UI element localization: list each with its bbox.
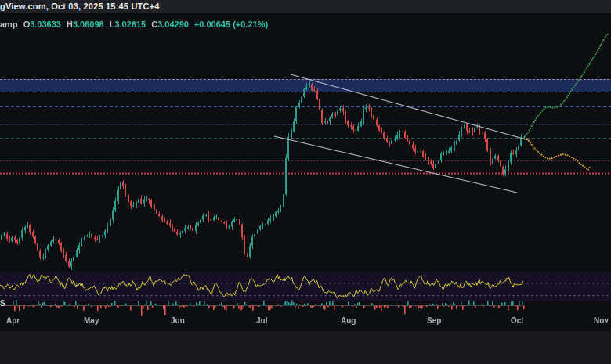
time-axis[interactable]: Apr May Jun Jul Aug Sep Oct Nov <box>0 316 611 329</box>
close-label: C <box>151 20 157 29</box>
tradingview-chart-snapshot: gView.com, Oct 03, 2025 15:45 UTC+4 ampO… <box>0 0 611 364</box>
x-axis-label-jun: Jun <box>171 316 185 325</box>
x-axis-label-jul: Jul <box>256 316 267 325</box>
open-label: O <box>24 20 31 29</box>
change-value: +0.00645 (+0.21%) <box>194 20 268 29</box>
high-label: H <box>67 20 73 29</box>
symbol-fragment: amp <box>0 20 18 29</box>
x-axis-label-may: May <box>84 316 99 325</box>
footer-spacer <box>0 331 611 364</box>
x-axis-label-nov: Nov <box>594 316 609 325</box>
x-axis-label-sep: Sep <box>427 316 441 325</box>
close-value: 3.04290 <box>157 20 189 29</box>
watermark-text: gView.com, Oct 03, 2025 15:45 UTC+4 <box>0 2 160 11</box>
watermark-header: gView.com, Oct 03, 2025 15:45 UTC+4 <box>0 0 611 13</box>
x-axis-label-oct: Oct <box>511 316 524 325</box>
high-value: 3.06098 <box>73 20 104 29</box>
x-axis-label-apr: Apr <box>6 316 20 325</box>
open-value: 3.03633 <box>30 20 61 29</box>
low-value: 3.02615 <box>114 20 146 29</box>
symbol-legend: ampO3.03633H3.06098L3.02615C3.04290+0.00… <box>0 19 611 30</box>
indicator-label-fragment: S <box>0 299 5 308</box>
price-chart-canvas[interactable] <box>0 0 611 364</box>
x-axis-label-aug: Aug <box>341 316 356 325</box>
